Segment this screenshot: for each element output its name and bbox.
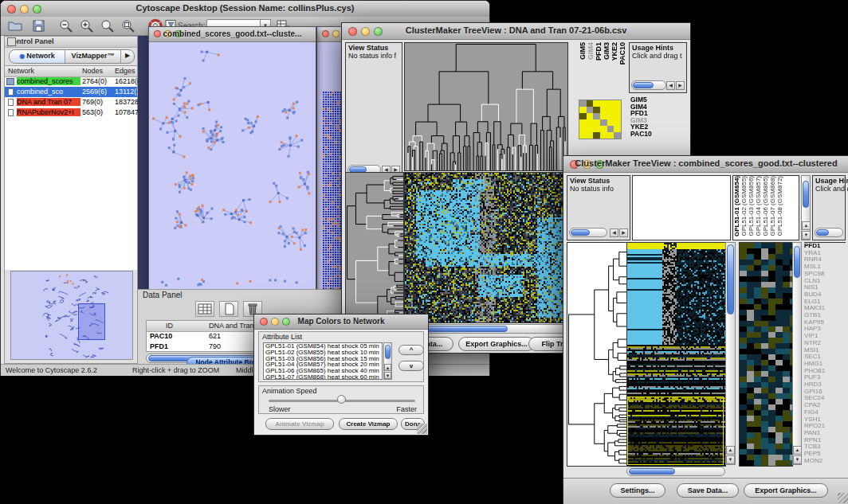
scroll-right-icon[interactable]: ▶: [676, 81, 685, 90]
column-label[interactable]: YKE2: [610, 42, 618, 61]
scroll-up-icon[interactable]: ▲: [384, 364, 391, 371]
network-list: Network Nodes Edges combined_scores 2764…: [5, 65, 137, 270]
zoom-in-icon[interactable]: [79, 18, 95, 33]
treeview-action-button[interactable]: Save Data...: [677, 483, 739, 498]
cytoscape-titlebar[interactable]: Cytoscape Desktop (Session Name: collins…: [1, 1, 489, 18]
scrollbar-thumb[interactable]: [385, 345, 391, 359]
scroll-left-icon[interactable]: ◀: [666, 81, 675, 90]
column-label[interactable]: GPL51-02 (GSM855): [740, 176, 748, 236]
minimize-button[interactable]: [332, 30, 340, 37]
dialog-titlebar[interactable]: Map Colors to Network: [254, 315, 428, 330]
network-row[interactable]: combined_scores 2764(0) 16218(0): [5, 76, 137, 87]
column-label[interactable]: PAC10: [618, 42, 625, 64]
minimap-cell: [593, 100, 600, 107]
usage-hints-hscrollbar[interactable]: [815, 228, 843, 237]
heatmap-vscrollbar[interactable]: ▲ ▼: [725, 242, 736, 465]
resize-grip[interactable]: [417, 424, 427, 434]
column-label[interactable]: GIM3: [603, 42, 610, 60]
column-label[interactable]: GPL51-04 (GSM857): [755, 176, 762, 236]
gene-label[interactable]: MON2: [804, 458, 846, 465]
column-label[interactable]: GIM5: [579, 42, 587, 60]
treeview2-titlebar[interactable]: ClusterMaker TreeView : combined_scores_…: [563, 156, 848, 173]
scrollbar-thumb[interactable]: [633, 82, 654, 88]
treeview-action-button[interactable]: Export Graphics...: [744, 483, 828, 498]
expression-heatmap[interactable]: [404, 172, 568, 323]
status-welcome: Welcome to Cytoscape 2.6.2: [6, 366, 97, 374]
view-status-hscrollbar[interactable]: [569, 228, 607, 237]
birdseye-view[interactable]: [10, 271, 133, 360]
usage-hints-message: Click and drag t: [632, 52, 682, 60]
scrollbar-thumb[interactable]: [794, 246, 800, 278]
zoomed-heatmap-vscrollbar[interactable]: ▲ ▼: [792, 242, 802, 465]
gene-label[interactable]: PAC10: [630, 131, 686, 138]
row-dendrogram[interactable]: [567, 242, 627, 467]
animate-vizmap-button[interactable]: Animate Vizmap: [265, 418, 334, 430]
speed-slider-thumb[interactable]: [337, 395, 346, 404]
new-attribute-icon[interactable]: [219, 301, 238, 317]
scroll-up-icon[interactable]: ▲: [726, 446, 735, 455]
attribute-list-vscrollbar[interactable]: ▲ ▼: [383, 342, 392, 380]
column-labels-vscrollbar[interactable]: ▲ ▼: [801, 175, 811, 240]
zoom-selected-icon[interactable]: [100, 18, 116, 33]
column-label[interactable]: GPL51-03 (GSM856): [748, 176, 755, 236]
correlation-minimap[interactable]: [579, 100, 622, 139]
zoom-out-icon[interactable]: [58, 18, 74, 33]
close-button[interactable]: [322, 30, 329, 37]
scrollbar-thumb[interactable]: [629, 468, 675, 475]
scrollbar-thumb[interactable]: [803, 181, 809, 208]
save-icon[interactable]: [31, 18, 47, 33]
column-label[interactable]: GPL51-01 (GSM854): [733, 176, 740, 236]
column-dendrogram[interactable]: [404, 42, 568, 171]
float-panel-icon[interactable]: [7, 37, 16, 46]
network-row[interactable]: DNA and Tran 07 769(0) 183728(0): [5, 97, 137, 107]
data-panel-title: Data Panel: [143, 291, 182, 299]
tab-network[interactable]: ◉Network: [10, 50, 65, 63]
scroll-down-icon[interactable]: ▼: [793, 455, 802, 464]
column-label[interactable]: PFD1: [595, 42, 603, 61]
usage-hints-hscrollbar[interactable]: [631, 80, 666, 90]
scrollbar-thumb[interactable]: [816, 229, 829, 236]
treeview-action-button[interactable]: Export Graphics...: [458, 337, 535, 351]
open-file-icon[interactable]: [7, 18, 23, 33]
col-edges: Edges: [115, 67, 135, 75]
birdseye-canvas[interactable]: [11, 272, 132, 359]
column-label[interactable]: GPL51-06 (GSM865): [762, 176, 769, 236]
heatmap-hscrollbar[interactable]: [626, 467, 725, 476]
resize-grip[interactable]: [838, 493, 848, 503]
tab-vizmapper[interactable]: VizMapper™: [65, 50, 121, 63]
attribute-table-icon[interactable]: [195, 301, 214, 317]
zoomed-heatmap[interactable]: [739, 242, 793, 467]
column-dendrogram-area[interactable]: [632, 175, 731, 240]
column-label[interactable]: GPL51-08 (GSM872): [776, 176, 783, 236]
scroll-down-icon[interactable]: ▼: [802, 231, 811, 240]
column-label[interactable]: GIM4: [587, 42, 595, 60]
create-vizmap-button[interactable]: Create Vizmap: [339, 418, 398, 430]
usage-hints-panel: Usage Hints Click and drag t ◀ ▶: [629, 42, 687, 93]
zoom-fit-icon[interactable]: [120, 18, 136, 33]
scroll-down-icon[interactable]: ▼: [384, 372, 391, 379]
network-canvas[interactable]: [150, 42, 313, 291]
scroll-right-icon[interactable]: ▶: [619, 229, 628, 237]
scroll-left-icon[interactable]: ◀: [610, 229, 618, 237]
minimap-cell: [593, 119, 600, 126]
scrollbar-thumb[interactable]: [571, 229, 590, 236]
network-row[interactable]: combined_sco 2569(6) 13112(15): [5, 87, 137, 97]
network-row[interactable]: RNAPuberNov2+I 563(0) 107847(0): [5, 107, 137, 118]
scroll-up-icon[interactable]: ▲: [802, 221, 811, 230]
move-up-button[interactable]: ^: [398, 345, 424, 355]
scrollbar-thumb[interactable]: [727, 244, 734, 315]
array-column-labels: GIM5GIM4PFD1GIM3YKE2PAC10: [579, 42, 625, 98]
birdseye-viewport-rect[interactable]: [78, 303, 105, 340]
attribute-item[interactable]: GPL51-07 (GSM868) heat shock 60 min: [264, 374, 382, 380]
scroll-up-icon[interactable]: ▲: [793, 446, 802, 455]
row-dendrogram[interactable]: [345, 172, 404, 323]
network-list-header[interactable]: Network Nodes Edges: [5, 66, 137, 77]
move-down-button[interactable]: v: [398, 361, 424, 371]
attribute-list-group: Attribute List GPL51-01 (GSM854) heat sh…: [258, 331, 424, 382]
column-label[interactable]: GPL51-07 (GSM868): [769, 176, 776, 236]
scroll-down-icon[interactable]: ▼: [726, 455, 735, 464]
treeview-action-button[interactable]: Settings...: [610, 483, 665, 498]
tab-overflow-arrow[interactable]: ▶: [121, 50, 134, 63]
network-view-1-titlebar[interactable]: combined_scores_good.txt--cluste...: [149, 27, 316, 42]
treeview1-titlebar[interactable]: ClusterMaker TreeView : DNA and Tran 07-…: [342, 23, 690, 40]
